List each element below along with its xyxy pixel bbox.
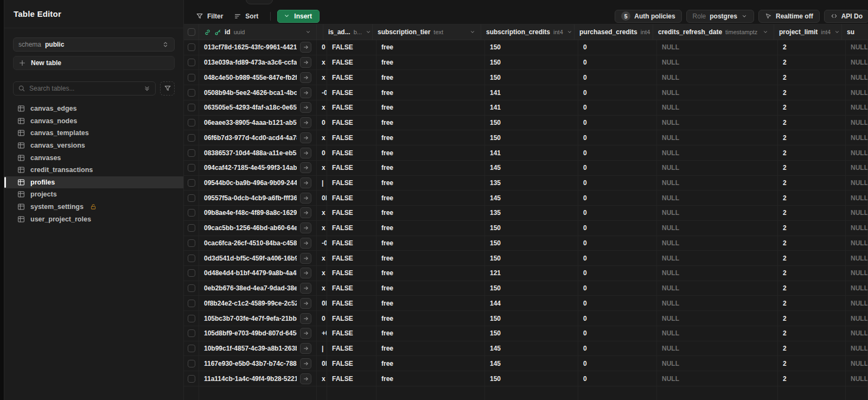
cell-subscription-credits[interactable]: 121 <box>485 266 578 281</box>
cell-credits-refresh-date[interactable]: NULL <box>657 236 778 251</box>
row-checkbox[interactable] <box>188 255 195 262</box>
sidebar-item-system_settings[interactable]: system_settings <box>4 201 183 213</box>
cell-purchased-credits[interactable]: 0 <box>578 85 657 100</box>
row-select-cell[interactable] <box>184 206 199 220</box>
cell-project-limit[interactable]: 2 <box>778 221 846 236</box>
cell-cropped-column[interactable]: NULL <box>846 311 868 326</box>
cell-id[interactable]: 063505e5-4293-4faf-a18c-0e65b... <box>199 100 317 115</box>
cell-is-admin[interactable]: FALSE <box>327 176 376 191</box>
cell-subscription-tier[interactable]: free <box>376 85 485 100</box>
cell-subscription-credits[interactable]: 135 <box>485 206 578 220</box>
cell-is-admin[interactable]: FALSE <box>327 191 376 205</box>
cell-subscription-tier[interactable]: free <box>376 100 485 115</box>
cell-purchased-credits[interactable]: 0 <box>578 55 657 70</box>
cell-cropped-column[interactable]: NULL <box>846 251 868 265</box>
row-checkbox[interactable] <box>188 179 195 187</box>
row-checkbox[interactable] <box>188 239 195 247</box>
cell-cropped-column[interactable]: NULL <box>846 40 868 55</box>
column-header-subscription-credits[interactable]: subscription_credits int4 <box>481 24 575 40</box>
cell-is-admin[interactable]: FALSE <box>327 116 376 130</box>
cell-cropped-column[interactable]: NULL <box>846 116 868 130</box>
expand-row-button[interactable] <box>300 253 311 264</box>
cell-collapsed-fragment[interactable]: | <box>317 341 327 356</box>
cell-credits-refresh-date[interactable]: NULL <box>657 206 778 220</box>
cell-collapsed-fragment[interactable]: +0 <box>317 326 327 341</box>
cell-subscription-tier[interactable]: free <box>376 251 485 265</box>
sidebar-item-canvas_templates[interactable]: canvas_templates <box>4 127 183 139</box>
cell-purchased-credits[interactable]: 0 <box>578 206 657 220</box>
cell-credits-refresh-date[interactable]: NULL <box>657 266 778 281</box>
cell-purchased-credits[interactable]: 0 <box>578 221 657 236</box>
cell-subscription-tier[interactable]: free <box>376 161 485 175</box>
cell-collapsed-fragment[interactable]: 0l <box>317 296 327 310</box>
cell-project-limit[interactable]: 2 <box>778 85 846 100</box>
filter-button[interactable]: Filter <box>190 10 228 23</box>
cell-is-admin[interactable]: FALSE <box>327 145 376 160</box>
cell-is-admin[interactable]: FALSE <box>327 221 376 236</box>
cell-credits-refresh-date[interactable]: NULL <box>657 176 778 191</box>
cell-subscription-tier[interactable]: free <box>376 311 485 326</box>
row-checkbox[interactable] <box>188 300 195 307</box>
cell-cropped-column[interactable]: NULL <box>846 176 868 191</box>
cell-credits-refresh-date[interactable]: NULL <box>657 281 778 296</box>
cell-subscription-tier[interactable]: free <box>376 191 485 205</box>
cell-id[interactable]: 09544b0c-ba9b-496a-9b09-244... <box>199 176 317 191</box>
schema-select[interactable]: schema public <box>13 37 175 52</box>
cell-subscription-tier[interactable]: free <box>376 341 485 356</box>
row-checkbox[interactable] <box>188 43 195 51</box>
row-checkbox[interactable] <box>188 164 195 172</box>
cell-collapsed-fragment[interactable]: x <box>317 266 327 281</box>
cell-id[interactable]: 0d48e4d4-b1bf-4479-9a8b-4a4b... <box>199 266 317 281</box>
expand-row-button[interactable] <box>300 177 311 188</box>
cell-cropped-column[interactable]: NULL <box>846 85 868 100</box>
cell-cropped-column[interactable]: NULL <box>846 206 868 220</box>
row-select-cell[interactable] <box>184 326 199 341</box>
cell-cropped-column[interactable]: NULL <box>846 326 868 341</box>
cell-subscription-credits[interactable]: 150 <box>485 40 578 55</box>
cell-subscription-tier[interactable]: free <box>376 206 485 220</box>
cell-purchased-credits[interactable]: 0 <box>578 266 657 281</box>
cell-project-limit[interactable]: 2 <box>778 191 846 205</box>
cell-subscription-tier[interactable]: free <box>376 40 485 55</box>
row-checkbox[interactable] <box>188 59 195 66</box>
cell-purchased-credits[interactable]: 0 <box>578 191 657 205</box>
expand-row-button[interactable] <box>300 373 311 384</box>
row-checkbox[interactable] <box>188 119 195 126</box>
cell-credits-refresh-date[interactable]: NULL <box>657 40 778 55</box>
cell-project-limit[interactable]: 2 <box>778 55 846 70</box>
cell-cropped-column[interactable]: NULL <box>846 281 868 296</box>
cell-collapsed-fragment[interactable]: x <box>317 70 327 85</box>
expand-row-button[interactable] <box>300 328 311 339</box>
cell-project-limit[interactable]: 2 <box>778 40 846 55</box>
cell-project-limit[interactable]: 2 <box>778 206 846 220</box>
cell-collapsed-fragment[interactable]: | <box>317 176 327 191</box>
expand-row-button[interactable] <box>300 193 311 204</box>
cell-credits-refresh-date[interactable]: NULL <box>657 145 778 160</box>
cell-subscription-credits[interactable]: 150 <box>485 371 578 386</box>
cell-purchased-credits[interactable]: 0 <box>578 40 657 55</box>
cell-cropped-column[interactable]: NULL <box>846 371 868 386</box>
cell-collapsed-fragment[interactable]: 0 <box>317 311 327 326</box>
cell-id[interactable]: 08386537-10d4-488a-a11e-eb5a6... <box>199 145 317 160</box>
cell-subscription-tier[interactable]: free <box>376 326 485 341</box>
cell-id[interactable]: 0eb2b676-38ed-4ea7-9dad-38e6... <box>199 281 317 296</box>
cell-credits-refresh-date[interactable]: NULL <box>657 251 778 265</box>
cell-cropped-column[interactable]: NULL <box>846 70 868 85</box>
row-select-cell[interactable] <box>184 236 199 251</box>
cell-credits-refresh-date[interactable]: NULL <box>657 55 778 70</box>
cell-purchased-credits[interactable]: 0 <box>578 161 657 175</box>
cell-id[interactable]: 10b99c1f-4857-4c39-a8b1-263b8... <box>199 341 317 356</box>
cell-subscription-tier[interactable]: free <box>376 296 485 310</box>
cell-credits-refresh-date[interactable]: NULL <box>657 161 778 175</box>
expand-row-button[interactable] <box>300 57 311 68</box>
cell-purchased-credits[interactable]: 0 <box>578 70 657 85</box>
column-header-is-admin[interactable]: is_ad... b... <box>323 24 373 40</box>
cell-collapsed-fragment[interactable]: 0 <box>317 145 327 160</box>
cell-subscription-credits[interactable]: 150 <box>485 221 578 236</box>
cell-id[interactable]: 094caf42-7185-4e45-99f3-14abee... <box>199 161 317 175</box>
expand-row-button[interactable] <box>300 148 311 158</box>
cell-collapsed-fragment[interactable]: 0 <box>317 116 327 130</box>
cell-collapsed-fragment[interactable]: x <box>317 130 327 145</box>
cell-credits-refresh-date[interactable]: NULL <box>657 85 778 100</box>
sidebar-item-canvas_edges[interactable]: canvas_edges <box>4 103 183 115</box>
